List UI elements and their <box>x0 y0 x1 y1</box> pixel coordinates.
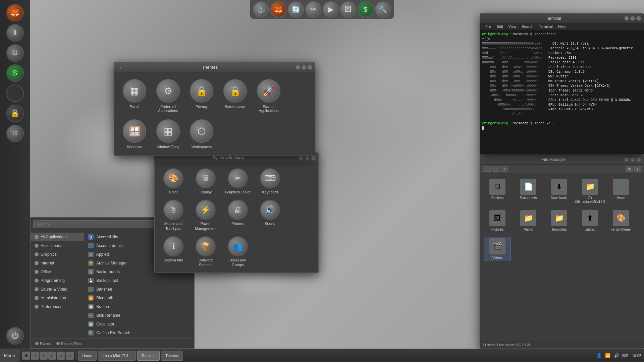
taskbar-icon-5[interactable]: ○ <box>66 352 74 360</box>
app-bulk-rename[interactable]: ✏ Bulk Rename <box>84 311 194 320</box>
fm-item-templates[interactable]: 📁 Templates <box>546 209 573 233</box>
themes-back-button[interactable]: ‹ <box>117 63 124 72</box>
fm-item-vertex-theme[interactable]: 🎨 vertex-theme <box>607 209 634 233</box>
cat-internet[interactable]: Internet <box>31 259 84 267</box>
fm-item-downloads[interactable]: ⬇ Downloads <box>546 177 573 205</box>
theme-preferred-apps[interactable]: ⚙ Preferred Applications <box>155 79 181 113</box>
cat-programming[interactable]: Programming <box>31 276 84 285</box>
terminal-menu-edit[interactable]: Edit <box>494 24 506 29</box>
fm-minimize-button[interactable]: − <box>624 157 629 162</box>
fm-forward-button[interactable]: → <box>492 166 500 172</box>
theme-startup-apps[interactable]: 🚀 Startup Applications <box>255 79 282 113</box>
terminal-minimize-button[interactable]: − <box>624 16 629 21</box>
terminal-maximize-button[interactable]: □ <box>630 16 635 21</box>
app-banshee[interactable]: 🎵 Banshee <box>84 285 194 294</box>
panel-icon-power[interactable]: ⏻ <box>6 327 24 345</box>
fm-item-git[interactable]: 📁 Git UltimaLinuxMint17.3 <box>577 177 603 205</box>
taskbar-app-terminal[interactable]: Terminal <box>137 351 160 361</box>
dock-icon-wrench[interactable]: 🔧 <box>375 1 391 17</box>
dock-icon-update[interactable]: 🔄 <box>288 1 304 17</box>
app-catfish[interactable]: 🔍 Catfish File Search <box>84 328 194 337</box>
fm-up-button[interactable]: ↑ <box>501 166 508 172</box>
window-minimize-button[interactable]: − <box>296 65 300 70</box>
theme-window-tiling[interactable]: ▦ Window Tiling <box>155 119 181 149</box>
settings-mouse[interactable]: 🖱 Mouse and Touchpad <box>160 200 187 231</box>
footer-places[interactable]: Places <box>33 341 53 346</box>
tray-icon-user[interactable]: 👤 <box>596 352 602 359</box>
tray-icon-keyboard[interactable]: ⌨ <box>622 352 629 359</box>
app-calculator[interactable]: 🔢 Calculator <box>84 320 194 328</box>
taskbar-icon-4[interactable]: ○ <box>57 352 65 360</box>
cat-accessories[interactable]: Accessories <box>31 241 84 250</box>
dock-icon-pen[interactable]: ✏ <box>305 1 321 17</box>
theme-screensaver[interactable]: 🔒 Screensaver <box>222 79 249 113</box>
settings-system-info[interactable]: ℹ System Info <box>160 236 187 267</box>
dock-icon-firefox[interactable]: 🦊 <box>270 1 286 17</box>
panel-icon-firefox[interactable]: 🦊 <box>6 4 24 21</box>
fm-item-music[interactable]: 🎵 Music <box>607 177 634 205</box>
taskbar-app-home[interactable]: Home <box>78 351 97 361</box>
settings-users-groups[interactable]: 👥 Users and Groups <box>224 236 251 267</box>
cat-preferences[interactable]: Preferences <box>31 302 84 311</box>
terminal-menu-search[interactable]: Search <box>519 24 536 29</box>
cat-office[interactable]: Office <box>31 267 84 276</box>
theme-windows[interactable]: 🪟 Windows <box>121 119 148 149</box>
fm-maximize-button[interactable]: □ <box>630 157 635 162</box>
fm-back-button[interactable]: ← <box>483 166 491 172</box>
taskbar-app-linux-mint[interactable]: ILinux Mint 17.3... <box>98 351 136 361</box>
fm-item-desktop[interactable]: 🖥 Desktop <box>484 177 511 205</box>
fm-item-documents[interactable]: 📄 Documents <box>515 177 542 205</box>
dock-icon-dollar[interactable]: $ <box>358 1 374 17</box>
fm-close-button[interactable]: × <box>636 157 641 162</box>
theme-panel[interactable]: ▦ Panel <box>121 79 148 113</box>
taskbar-icon-2[interactable]: ○ <box>40 352 48 360</box>
taskbar-icon-show-desktop[interactable]: 🖥 <box>22 352 30 360</box>
window-close-button[interactable]: × <box>311 156 316 160</box>
fm-item-pictures[interactable]: 🖼 Pictures <box>484 209 511 233</box>
settings-power[interactable]: ⚡ Power Management <box>192 200 219 231</box>
footer-recent[interactable]: Recent Files <box>54 341 84 346</box>
dock-icon-video[interactable]: ▶ <box>323 1 339 17</box>
settings-color[interactable]: 🎨 Color <box>160 168 187 194</box>
fm-list-view-button[interactable]: ≡ <box>634 166 641 172</box>
panel-icon-settings[interactable]: ⚙ <box>6 44 24 62</box>
window-maximize-button[interactable]: □ <box>305 156 310 160</box>
window-maximize-button[interactable]: □ <box>302 65 306 70</box>
panel-icon-download[interactable]: ⬇ <box>6 24 24 42</box>
window-close-button[interactable]: × <box>308 65 312 70</box>
theme-workspaces[interactable]: ⬡ Workspaces <box>188 119 215 149</box>
fm-icon-view-button[interactable]: ⊞ <box>626 166 633 172</box>
terminal-menu-file[interactable]: File <box>483 24 494 29</box>
tray-icon-volume[interactable]: 🔊 <box>613 352 620 359</box>
settings-software-sources[interactable]: 📦 Software Sources <box>192 236 219 267</box>
taskbar-icon-1[interactable]: ○ <box>31 352 39 360</box>
terminal-menu-help[interactable]: Help <box>555 24 569 29</box>
settings-display[interactable]: 🖥 Display <box>192 168 219 194</box>
window-minimize-button[interactable]: − <box>299 156 304 160</box>
panel-icon-history[interactable]: ↺ <box>6 125 24 142</box>
panel-icon-currency[interactable]: $ <box>6 64 24 82</box>
fm-item-videos[interactable]: 🎬 Videos <box>484 237 511 261</box>
taskbar-menu-button[interactable]: Menu <box>0 349 19 362</box>
settings-graphics-tablet[interactable]: ✏ Graphics Tablet <box>224 168 251 194</box>
settings-sound[interactable]: 🔊 Sound <box>257 200 283 231</box>
cat-administration[interactable]: Administration <box>31 294 84 302</box>
panel-icon-lock[interactable]: 🔒 <box>6 105 24 122</box>
tray-icon-network[interactable]: 📶 <box>604 352 611 359</box>
theme-privacy[interactable]: 🔒 Privacy <box>188 79 215 113</box>
dock-icon-photo[interactable]: 🖼 <box>340 1 356 17</box>
fm-item-public[interactable]: 📁 Public <box>515 209 542 233</box>
cat-graphics[interactable]: Graphics <box>31 250 84 259</box>
panel-icon-blank[interactable] <box>6 84 24 102</box>
fm-item-upload[interactable]: ⬆ Upload <box>577 209 603 233</box>
dock-icon-anchor[interactable]: ⚓ <box>253 1 269 17</box>
taskbar-icon-3[interactable]: ○ <box>48 352 56 360</box>
terminal-menu-view[interactable]: View <box>506 24 519 29</box>
terminal-close-button[interactable]: × <box>636 16 641 21</box>
settings-printers[interactable]: 🖨 Printers <box>224 200 251 231</box>
terminal-menu-terminal[interactable]: Terminal <box>536 24 555 29</box>
cat-all[interactable]: All Applications <box>31 233 84 241</box>
cat-sound-video[interactable]: Sound & Video <box>31 285 84 294</box>
app-bluetooth[interactable]: 📶 Bluetooth <box>84 294 194 302</box>
terminal-body[interactable]: erik@erik-P5Q ~/Desktop $ screenfetch ^[… <box>480 30 644 154</box>
